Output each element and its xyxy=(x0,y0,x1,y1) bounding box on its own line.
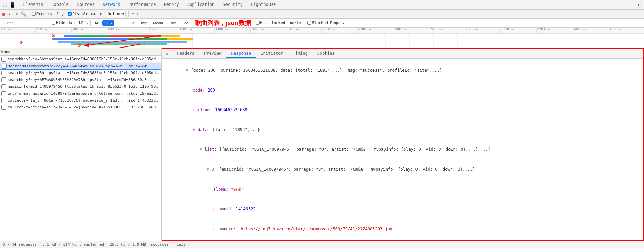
json-field-album: album: "破茧" xyxy=(166,179,640,199)
tick-2200: 2200 ms xyxy=(358,28,393,33)
requests-count: 8 / 44 requests xyxy=(3,242,37,247)
tab-elements[interactable]: Elements xyxy=(19,0,47,9)
network-toolbar: ● ↺ ⊘ 🔍 Preserve log Disable cache Onlin… xyxy=(0,10,644,19)
tick-2400: 2400 ms xyxy=(393,28,429,33)
import-icon[interactable]: ↑ xyxy=(131,11,134,17)
blocked-cookies-label[interactable]: Has blocked cookies xyxy=(256,21,304,25)
tab-cookies[interactable]: Cookies xyxy=(313,49,340,58)
blocked-requests-label[interactable]: Blocked Requests xyxy=(307,21,348,25)
close-response-btn[interactable]: ✕ xyxy=(162,50,171,58)
tick-3400: 3400 ms xyxy=(572,28,608,33)
filter-font-btn[interactable]: Font xyxy=(167,20,178,26)
annotation-song-list: 歌曲列表，json数据 xyxy=(195,19,251,27)
tab-response[interactable]: Response xyxy=(226,49,256,58)
tab-console[interactable]: Console xyxy=(47,0,73,9)
divider3 xyxy=(128,11,129,17)
request-row-6[interactable]: collect?v=1&_v=j86&a=771632077&t=pagevie… xyxy=(0,97,161,104)
stop-recording-icon[interactable]: ● xyxy=(2,11,5,17)
divider xyxy=(13,11,13,17)
tick-2000: 2000 ms xyxy=(322,28,358,33)
chevron-down-icon: ▼ xyxy=(122,12,124,16)
filter-bar: Hide data URLs All XHR JS CSS Img Media … xyxy=(0,19,644,28)
filter-media-btn[interactable]: Media xyxy=(151,20,165,26)
json-field-list: ▼ list: [{musicrid: "MUSIC_140897945", b… xyxy=(166,140,640,160)
request-checkbox[interactable] xyxy=(1,57,6,62)
blocked-cookies-checkbox[interactable] xyxy=(256,21,260,25)
search-icon[interactable]: 🔍 xyxy=(21,11,26,17)
tick-600: 600 ms xyxy=(72,28,107,33)
tick-800: 800 ms xyxy=(107,28,143,33)
tick-1800: 1800 ms xyxy=(286,28,322,33)
json-field-item0: ▼ 0: {musicrid: "MUSIC_140897945", barra… xyxy=(166,160,640,180)
tick-1200: 1200 ms xyxy=(179,28,215,33)
divider2 xyxy=(29,11,29,17)
hide-data-urls-label[interactable]: Hide data URLs xyxy=(52,21,88,25)
filter-icon[interactable]: ⊘ xyxy=(16,11,19,17)
request-row-3[interactable]: searchKey?key=%E7%A0%B4%E8%8C%A7&httpsSt… xyxy=(0,76,161,83)
tab-timing[interactable]: Timing xyxy=(288,49,312,58)
tick-3200: 3200 ms xyxy=(537,28,572,33)
request-list[interactable]: Name searchKey?key=&httpsStatus=1&reqId=… xyxy=(0,48,162,241)
inspect-icon[interactable]: ⬚ xyxy=(2,1,8,8)
request-checkbox-2[interactable] xyxy=(1,71,6,75)
tab-performance[interactable]: Performance xyxy=(124,0,160,9)
device-icon[interactable]: 📱 xyxy=(8,1,17,8)
tab-initiator[interactable]: Initiator xyxy=(256,49,288,58)
filter-css-btn[interactable]: CSS xyxy=(126,20,138,26)
tab-headers[interactable]: Headers xyxy=(172,49,199,58)
filter-img-btn[interactable]: Img xyxy=(139,20,149,26)
request-checkbox-5[interactable] xyxy=(1,91,6,96)
json-summary-line: ▼ {code: 200, curTime: 1603463521688, da… xyxy=(166,61,640,81)
preserve-log-checkbox[interactable] xyxy=(32,12,36,16)
tick-3000: 3000 ms xyxy=(501,28,537,33)
request-checkbox-7[interactable] xyxy=(1,105,6,110)
request-row[interactable]: searchKey?key=&httpsStatus=1&reqId=83681… xyxy=(0,56,161,63)
filter-input[interactable] xyxy=(2,20,50,26)
finish-status: Finis xyxy=(174,242,186,247)
export-icon[interactable]: ↓ xyxy=(136,11,139,17)
settings-icon[interactable]: ⚙ xyxy=(638,2,641,8)
disable-cache-label[interactable]: Disable cache xyxy=(68,12,102,16)
status-bar: 8 / 44 requests 8.5 kB / 114 kB transfer… xyxy=(0,241,644,248)
tick-2800: 2800 ms xyxy=(465,28,501,33)
filter-xhr-btn[interactable]: XHR xyxy=(102,20,114,26)
tab-memory[interactable]: Memory xyxy=(160,0,183,9)
json-field-artist: artist: "张韶涵" xyxy=(166,239,640,240)
hide-data-urls-checkbox[interactable] xyxy=(52,21,55,25)
reload-icon[interactable]: ↺ xyxy=(7,11,10,17)
tab-security[interactable]: Security xyxy=(219,0,247,9)
request-checkbox-selected[interactable] xyxy=(2,64,7,69)
preserve-log-label[interactable]: Preserve log xyxy=(32,12,64,16)
resources-size: 25.5 kB / 1.9 MB resources xyxy=(109,242,169,247)
disable-cache-checkbox[interactable] xyxy=(68,12,72,16)
filter-all-btn[interactable]: All xyxy=(93,20,101,26)
json-field-curtime: curTime: 1603463521688 xyxy=(166,100,640,120)
divider-filter xyxy=(90,20,91,26)
request-row-selected[interactable]: searchMusicBykeyWord?key=%E7%A0%B4%E8%8C… xyxy=(0,63,161,70)
tab-application[interactable]: Application xyxy=(183,0,219,9)
request-checkbox-3[interactable] xyxy=(1,77,6,82)
request-row-7[interactable]: collect?t=dc&aip=1&_r=3&v=1&_v=j86&tid=U… xyxy=(0,104,161,111)
tab-sources[interactable]: Sources xyxy=(73,0,99,9)
tick-2600: 2600 ms xyxy=(429,28,465,33)
filter-js-btn[interactable]: JS xyxy=(116,20,124,26)
json-field-albumid: albumid: 14146322 xyxy=(166,199,640,219)
request-row-4[interactable]: musicInfo?mid=140897945&httpsStatus=1&re… xyxy=(0,83,161,90)
tick-1600: 1600 ms xyxy=(251,28,286,33)
request-checkbox-4[interactable] xyxy=(1,84,6,89)
tab-network[interactable]: Network xyxy=(98,0,124,9)
transferred-size: 8.5 kB / 114 kB transferred xyxy=(42,242,104,247)
json-content[interactable]: ▼ {code: 200, curTime: 1603463521688, da… xyxy=(162,59,643,240)
request-checkbox-6[interactable] xyxy=(1,98,6,103)
main-content: Name searchKey?key=&httpsStatus=1&reqId=… xyxy=(0,48,644,241)
request-row-5[interactable]: url?format=mp3&rid=140897945&response=ur… xyxy=(0,90,161,97)
tab-preview[interactable]: Preview xyxy=(199,49,226,58)
network-throttle-dropdown[interactable]: Online ▼ xyxy=(106,11,126,17)
json-field-albumpic: albumpic: "https://img3.kuwo.cn/star/alb… xyxy=(166,219,640,239)
tab-lighthouse[interactable]: Lighthouse xyxy=(247,0,280,9)
request-row-2[interactable]: searchKey?key=&httpsStatus=1&reqId=83688… xyxy=(0,70,161,76)
filter-doc-btn[interactable]: Doc xyxy=(180,20,191,26)
blocked-requests-checkbox[interactable] xyxy=(307,21,311,25)
tick-400: 400 ms xyxy=(36,28,72,33)
timeline-area[interactable]: 200 ms 400 ms 600 ms 800 ms 1000 ms 1200… xyxy=(0,28,644,48)
